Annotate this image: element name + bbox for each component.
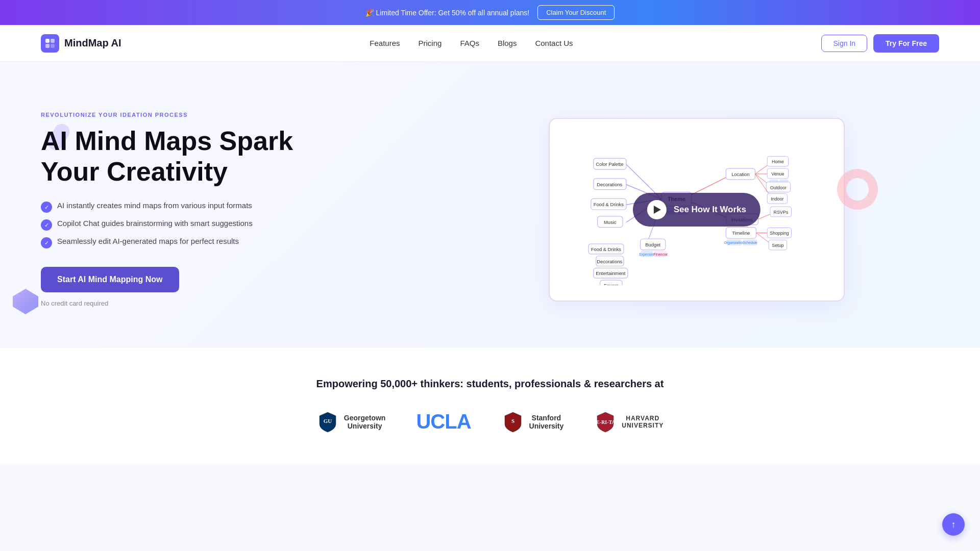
- svg-text:Setup: Setup: [772, 243, 783, 248]
- check-icon-3: ✓: [41, 237, 52, 248]
- nav-pricing[interactable]: Pricing: [419, 39, 442, 47]
- svg-text:Expenses: Expenses: [639, 253, 655, 257]
- stanford-logo: S Stanford University: [502, 411, 564, 433]
- svg-text:Venue: Venue: [771, 171, 784, 177]
- nav-features[interactable]: Features: [370, 39, 400, 47]
- feature-text-2: Copilot Chat guides brainstorming with s…: [57, 219, 253, 228]
- ucla-logo: UCLA: [416, 410, 471, 433]
- play-circle-icon: [647, 200, 667, 219]
- hero-title-line1: AI Mind Maps Spark: [41, 126, 293, 156]
- mindmap-preview: Theme Concept Style Color Palette Decora…: [549, 118, 845, 302]
- hero-left: REVOLUTIONIZE YOUR IDEATION PROCESS AI M…: [41, 112, 454, 308]
- logo-icon: [41, 34, 59, 53]
- svg-text:Music: Music: [604, 220, 617, 225]
- svg-text:Schedule: Schedule: [743, 241, 757, 244]
- svg-rect-3: [51, 44, 55, 48]
- feature-text-1: AI instantly creates mind maps from vari…: [57, 201, 252, 210]
- nav-blogs[interactable]: Blogs: [498, 39, 517, 47]
- svg-text:Food & Drinks: Food & Drinks: [593, 202, 624, 207]
- svg-text:Budget: Budget: [645, 242, 660, 247]
- check-icon-1: ✓: [41, 202, 52, 213]
- nav-contact[interactable]: Contact Us: [535, 39, 573, 47]
- stanford-shield-icon: S: [502, 411, 524, 433]
- svg-text:Food & Drinks: Food & Drinks: [591, 247, 622, 252]
- svg-text:Financial: Financial: [653, 253, 668, 256]
- check-icon-2: ✓: [41, 219, 52, 231]
- svg-text:Entertainment: Entertainment: [596, 271, 626, 276]
- trusted-section: Empowering 50,000+ thinkers: students, p…: [0, 347, 980, 464]
- feature-text-3: Seamlessly edit AI-generated maps for pe…: [57, 237, 239, 245]
- deco-gem: [10, 286, 41, 317]
- announcement-text: 🎉 Limited Time Offer: Get 50% off all an…: [365, 9, 530, 17]
- claim-discount-button[interactable]: Claim Your Discount: [537, 5, 615, 20]
- svg-marker-4: [13, 289, 38, 314]
- svg-text:Favors: Favors: [604, 283, 619, 285]
- hero-title-line2: Your Creativity: [41, 157, 228, 186]
- svg-text:RSVPs: RSVPs: [773, 210, 788, 215]
- announcement-bar: 🎉 Limited Time Offer: Get 50% off all an…: [0, 0, 980, 25]
- play-label: See How It Works: [674, 205, 746, 215]
- logo-link[interactable]: MindMap AI: [41, 34, 121, 53]
- hero-right: Theme Concept Style Color Palette Decora…: [454, 118, 939, 302]
- feature-item-3: ✓ Seamlessly edit AI-generated maps for …: [41, 237, 454, 248]
- hero-section: REVOLUTIONIZE YOUR IDEATION PROCESS AI M…: [0, 62, 980, 347]
- svg-text:VE-RI-TAS: VE-RI-TAS: [594, 419, 617, 425]
- svg-text:Decorations: Decorations: [597, 182, 622, 187]
- svg-rect-1: [51, 39, 55, 43]
- harvard-logo: VE-RI-TAS HARVARD UNIVERSITY: [594, 411, 664, 433]
- svg-text:Timeline: Timeline: [732, 231, 750, 236]
- nav-faqs[interactable]: FAQs: [460, 39, 479, 47]
- navbar: MindMap AI Features Pricing FAQs Blogs C…: [0, 25, 980, 62]
- svg-text:GU: GU: [324, 418, 332, 424]
- harvard-shield-icon: VE-RI-TAS: [594, 411, 617, 433]
- trusted-title: Empowering 50,000+ thinkers: students, p…: [41, 378, 939, 390]
- cta-button[interactable]: Start AI Mind Mapping Now: [41, 267, 179, 292]
- play-button[interactable]: See How It Works: [633, 193, 761, 227]
- svg-text:Location: Location: [731, 172, 749, 177]
- svg-text:Color Palette: Color Palette: [596, 162, 623, 167]
- svg-text:Home: Home: [772, 159, 784, 164]
- svg-rect-2: [45, 44, 50, 48]
- svg-text:Shopping: Shopping: [770, 231, 789, 236]
- svg-text:Outdoor: Outdoor: [770, 185, 787, 190]
- logos-row: GU Georgetown University UCLA S Stanford…: [41, 410, 939, 433]
- svg-text:Organization: Organization: [724, 241, 744, 245]
- nav-actions: Sign In Try For Free: [821, 34, 939, 53]
- ucla-text: UCLA: [416, 410, 471, 433]
- logo-text: MindMap AI: [64, 37, 121, 49]
- hero-features: ✓ AI instantly creates mind maps from va…: [41, 201, 454, 248]
- play-triangle-icon: [654, 206, 661, 214]
- feature-item-2: ✓ Copilot Chat guides brainstorming with…: [41, 219, 454, 231]
- try-free-button[interactable]: Try For Free: [873, 34, 939, 53]
- svg-text:Decorations: Decorations: [597, 259, 622, 264]
- sign-in-button[interactable]: Sign In: [821, 35, 867, 52]
- hero-title: AI Mind Maps Spark Your Creativity: [41, 126, 454, 187]
- georgetown-shield-icon: GU: [316, 411, 339, 433]
- svg-text:S: S: [511, 418, 514, 424]
- svg-text:Indoor: Indoor: [771, 196, 783, 202]
- hero-tag: REVOLUTIONIZE YOUR IDEATION PROCESS: [41, 112, 454, 118]
- no-credit-text: No credit card required: [41, 299, 108, 307]
- georgetown-logo: GU Georgetown University: [316, 411, 386, 433]
- nav-links: Features Pricing FAQs Blogs Contact Us: [370, 39, 573, 48]
- svg-rect-0: [45, 39, 50, 43]
- feature-item-1: ✓ AI instantly creates mind maps from va…: [41, 201, 454, 213]
